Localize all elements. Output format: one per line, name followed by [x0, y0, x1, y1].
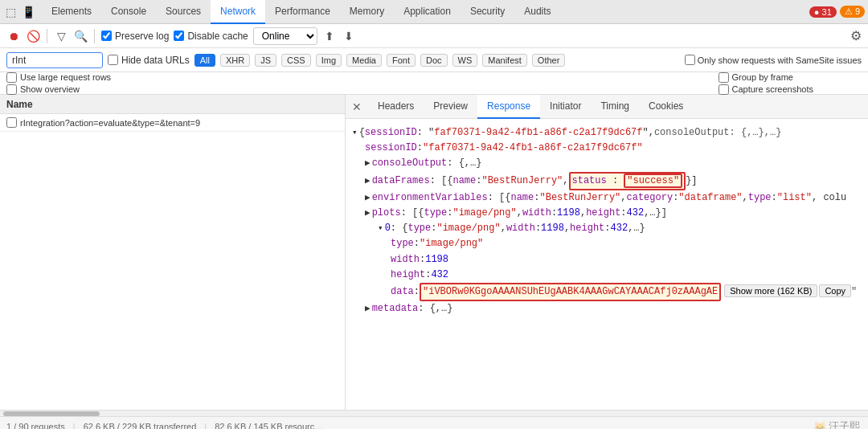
- clear-icon[interactable]: 🚫: [26, 29, 40, 43]
- filter-font-button[interactable]: Font: [387, 54, 416, 67]
- large-rows-label[interactable]: Use large request rows: [6, 72, 111, 83]
- request-item[interactable]: rIntegration?action=evaluate&type=&tenan…: [0, 114, 345, 132]
- dataframes-line[interactable]: ▶ dataFrames : [{ name : "BestRunJerry" …: [352, 172, 862, 190]
- session-id-key: sessionID: [365, 141, 417, 156]
- disable-cache-checkbox[interactable]: [174, 31, 184, 41]
- device-icon[interactable]: 📱: [21, 5, 35, 19]
- metadata-line[interactable]: ▶ metadata : {,…}: [352, 301, 862, 317]
- requests-header: Name: [0, 95, 345, 114]
- filter-manifest-button[interactable]: Manifest: [482, 54, 527, 67]
- hide-data-urls-text: Hide data URLs: [121, 55, 190, 66]
- disable-cache-label[interactable]: Disable cache: [174, 31, 248, 42]
- settings-icon[interactable]: ⚙: [850, 28, 862, 43]
- plots-0-toggle[interactable]: ▾: [378, 222, 383, 236]
- search-input[interactable]: [6, 52, 103, 68]
- height-key: height: [391, 268, 425, 283]
- samesite-label[interactable]: Only show requests with SameSite issues: [685, 55, 862, 65]
- separator-2: [94, 29, 95, 43]
- options-row: Use large request rows Show overview Gro…: [0, 72, 868, 95]
- large-rows-text: Use large request rows: [20, 72, 111, 82]
- group-by-frame-label[interactable]: Group by frame: [719, 72, 814, 83]
- devtools-icons: ⬚ 📱: [3, 5, 35, 19]
- separator-1: [47, 29, 47, 43]
- tab-security[interactable]: Security: [461, 0, 514, 24]
- filter-icon[interactable]: ▽: [54, 29, 68, 43]
- resource-size: 82.6 KB / 145 KB resourc...: [215, 422, 321, 430]
- type-line: type : "image/png": [352, 236, 862, 251]
- root-suffix: consoleOutput: {,…},…}: [654, 125, 781, 141]
- env-key: environmentVariables: [372, 190, 488, 206]
- scrollbar-area[interactable]: [0, 410, 868, 416]
- group-by-frame-text: Group by frame: [732, 72, 793, 82]
- group-by-frame-checkbox[interactable]: [719, 72, 729, 83]
- request-checkbox[interactable]: [6, 117, 17, 128]
- tab-memory[interactable]: Memory: [340, 0, 394, 24]
- filter-css-button[interactable]: CSS: [281, 54, 311, 67]
- capture-screenshots-checkbox[interactable]: [719, 84, 729, 95]
- close-button[interactable]: ✕: [346, 95, 368, 119]
- tab-timing[interactable]: Timing: [591, 95, 639, 119]
- root-brace: {: [359, 125, 365, 141]
- filter-ws-button[interactable]: WS: [452, 54, 478, 67]
- tab-cookies[interactable]: Cookies: [639, 95, 693, 119]
- filter-xhr-button[interactable]: XHR: [220, 54, 250, 67]
- filter-img-button[interactable]: Img: [316, 54, 342, 67]
- filter-other-button[interactable]: Other: [532, 54, 566, 67]
- tab-performance[interactable]: Performance: [265, 0, 340, 24]
- tab-response[interactable]: Response: [477, 95, 540, 119]
- detail-panel: ✕ Headers Preview Response Initiator Tim…: [346, 95, 868, 410]
- tab-network[interactable]: Network: [211, 0, 265, 24]
- network-toolbar: ⏺ 🚫 ▽ 🔍 Preserve log Disable cache Onlin…: [0, 24, 868, 48]
- plots-toggle[interactable]: ▶: [365, 206, 371, 221]
- tab-headers[interactable]: Headers: [368, 95, 424, 119]
- tab-audits[interactable]: Audits: [514, 0, 560, 24]
- tree-root[interactable]: ▾ { sessionID : " faf70371-9a42-4fb1-a86…: [352, 125, 862, 141]
- show-overview-label[interactable]: Show overview: [6, 84, 111, 95]
- throttle-select[interactable]: Online Fast 3G Slow 3G Offline: [253, 27, 317, 45]
- filter-all-button[interactable]: All: [194, 54, 215, 67]
- tab-console[interactable]: Console: [101, 0, 156, 24]
- dataframes-toggle[interactable]: ▶: [365, 174, 371, 189]
- root-toggle[interactable]: ▾: [352, 126, 358, 141]
- filter-js-button[interactable]: JS: [255, 54, 276, 67]
- tab-initiator[interactable]: Initiator: [540, 95, 591, 119]
- filter-row: Hide data URLs All XHR JS CSS Img Media …: [0, 48, 868, 72]
- tab-preview[interactable]: Preview: [424, 95, 477, 119]
- env-toggle[interactable]: ▶: [365, 191, 371, 206]
- tab-sources[interactable]: Sources: [156, 0, 211, 24]
- inspect-icon[interactable]: ⬚: [3, 5, 18, 19]
- filter-doc-button[interactable]: Doc: [420, 54, 448, 67]
- filter-media-button[interactable]: Media: [346, 54, 382, 67]
- request-count: 1 / 90 requests: [6, 422, 65, 430]
- export-icon[interactable]: ⬇: [342, 29, 356, 43]
- samesite-checkbox[interactable]: [685, 55, 695, 65]
- show-more-button[interactable]: Show more (162 KB): [724, 284, 817, 297]
- capture-screenshots-label[interactable]: Capture screenshots: [719, 84, 814, 95]
- hide-data-urls-checkbox[interactable]: [108, 55, 118, 65]
- dataframes-key: dataFrames: [372, 174, 430, 189]
- console-output-line[interactable]: ▶ consoleOutput : {,…}: [352, 156, 862, 171]
- plots-key: plots: [372, 206, 401, 221]
- preserve-log-label[interactable]: Preserve log: [101, 31, 169, 42]
- scrollbar-thumb[interactable]: [3, 411, 100, 416]
- plots-line[interactable]: ▶ plots : [{ type : "image/png" , width …: [352, 206, 862, 221]
- root-session-key: sessionID: [365, 125, 417, 141]
- search-icon[interactable]: 🔍: [73, 29, 88, 43]
- metadata-toggle[interactable]: ▶: [365, 302, 371, 317]
- show-overview-checkbox[interactable]: [6, 84, 17, 95]
- data-value-highlight: "iVBORw0KGgoAAAANSUhEUgAABK4AAAGwCAYAAAC…: [420, 283, 721, 301]
- show-overview-text: Show overview: [20, 84, 80, 94]
- type-val: "image/png": [420, 236, 483, 251]
- record-icon[interactable]: ⏺: [6, 29, 21, 43]
- copy-button[interactable]: Copy: [819, 284, 851, 297]
- tab-elements[interactable]: Elements: [42, 0, 101, 24]
- preserve-log-checkbox[interactable]: [101, 31, 112, 41]
- type-key: type: [391, 236, 414, 251]
- plots-0-line[interactable]: ▾ 0 : { type : "image/png" , width : 119…: [352, 221, 862, 236]
- env-vars-line[interactable]: ▶ environmentVariables : [{ name : "Best…: [352, 190, 862, 206]
- tab-application[interactable]: Application: [394, 0, 461, 24]
- console-toggle[interactable]: ▶: [365, 157, 371, 171]
- hide-data-urls-label[interactable]: Hide data URLs: [108, 55, 190, 66]
- import-icon[interactable]: ⬆: [322, 29, 337, 43]
- large-rows-checkbox[interactable]: [6, 72, 17, 83]
